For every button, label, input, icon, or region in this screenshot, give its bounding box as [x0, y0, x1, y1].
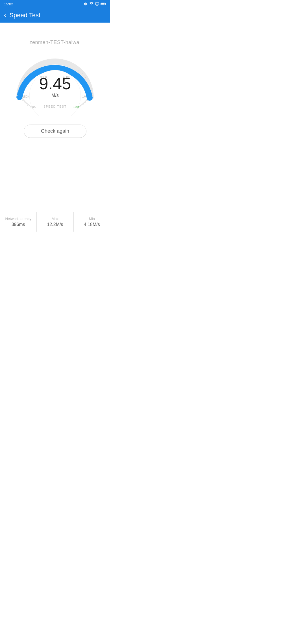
speed-display: 9.45 M/s [39, 75, 71, 98]
stat-value-2: 4.18M/s [77, 222, 107, 227]
status-bar: 15:02 [0, 0, 110, 8]
network-name: zenmen-TEST-haiwai [29, 40, 80, 45]
app-bar: ‹ Speed Test [0, 8, 110, 23]
stat-value-1: 12.2M/s [40, 222, 70, 227]
svg-text:0K: 0K [32, 105, 36, 108]
stat-item-0: Network latency 396ms [0, 212, 37, 232]
stat-value-0: 396ms [3, 222, 34, 227]
svg-rect-7 [101, 3, 104, 5]
svg-text:150K: 150K [22, 95, 29, 98]
speedometer: 0K 150K 300K 450K 1M 10M 9.45 M/s SPEED … [13, 54, 97, 116]
svg-text:10M: 10M [73, 105, 79, 108]
mute-icon [83, 2, 88, 6]
main-content: zenmen-TEST-haiwai [0, 23, 110, 149]
page-title: Speed Test [9, 12, 40, 19]
stat-label-0: Network latency [3, 217, 34, 221]
stat-label-2: Min [77, 217, 107, 221]
screen-icon [95, 2, 99, 6]
wifi-icon [89, 2, 94, 6]
speed-test-label: SPEED TEST [43, 105, 67, 108]
svg-rect-2 [95, 3, 99, 5]
stat-item-2: Min 4.18M/s [74, 212, 110, 232]
status-time: 15:02 [4, 2, 13, 6]
stat-item-1: Max 12.2M/s [37, 212, 73, 232]
battery-icon [101, 2, 106, 6]
check-again-button[interactable]: Check again [24, 125, 86, 138]
back-button[interactable]: ‹ [4, 12, 6, 18]
stat-label-1: Max [40, 217, 70, 221]
stats-bar: Network latency 396ms Max 12.2M/s Min 4.… [0, 212, 110, 232]
speed-unit: M/s [39, 93, 71, 98]
speed-number: 9.45 [39, 75, 71, 92]
status-icons [83, 2, 106, 6]
svg-text:1M: 1M [82, 95, 86, 98]
